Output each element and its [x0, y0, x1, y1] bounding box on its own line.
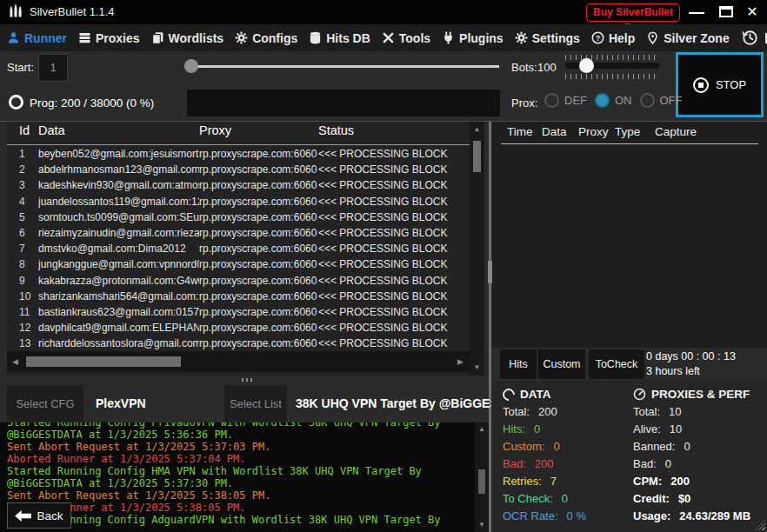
wordlist-slider-track[interactable]: [184, 65, 499, 68]
back-label: Back: [37, 509, 63, 522]
stat-row: Credit:$0: [633, 492, 750, 509]
scrollbar-thumb[interactable]: [473, 141, 481, 172]
stat-row: Bad:200: [503, 457, 586, 475]
table-row[interactable]: 1beyben052@gmail.com:jesuismortrp.proxys…: [7, 146, 470, 162]
horizontal-splitter-grip[interactable]: [242, 378, 254, 382]
database-icon: [309, 31, 322, 44]
close-button[interactable]: ✕: [741, 3, 764, 22]
cell-proxy: rp.proxyscrape.com:6060: [199, 148, 318, 160]
config-name: PlexVPN: [96, 396, 146, 410]
buy-pro-button[interactable]: Buy SilverBullet Pro: [586, 3, 680, 22]
stat-row: Total:10: [633, 405, 750, 422]
scrollbar-thumb[interactable]: [478, 469, 485, 494]
stat-label: Custom:: [503, 440, 544, 453]
cell-proxy: rp.proxyscrape.com:6060: [199, 163, 318, 176]
scroll-down-icon[interactable]: ▼: [475, 521, 489, 529]
nav-item-wordlists[interactable]: Wordlists: [151, 31, 224, 45]
maximize-button[interactable]: [715, 3, 737, 22]
nav-bar: RunnerProxiesWordlistsConfigsHits DBTool…: [0, 24, 767, 51]
table-row[interactable]: 3kadeshkevin930@gmail.com:atmosprp.proxy…: [7, 177, 470, 193]
table-row[interactable]: 10sharizankamshari564@gmail.com:shrp.pro…: [7, 289, 470, 304]
table-row[interactable]: 12davphilcat9@gmail.com:ELEPHANTrp.proxy…: [7, 320, 470, 336]
stat-label: Bad:: [633, 457, 657, 470]
window-resize-grip[interactable]: [755, 520, 765, 530]
table-row[interactable]: 13richarddelossantoslora@gmail.com:rp.pr…: [7, 336, 470, 351]
table-row[interactable]: 7dmstvko@gmail.com:Dima2012rp.proxyscrap…: [7, 241, 470, 256]
log-line: Started Running Config HMA VPN with Word…: [7, 465, 422, 477]
nav-item-tools[interactable]: Tools: [382, 31, 430, 45]
cell-data: richarddelossantoslora@gmail.com:: [38, 337, 199, 349]
scroll-left-icon[interactable]: ◀: [12, 357, 18, 366]
table-row[interactable]: 9kakabrazza@protonmail.com:G4w6lrp.proxy…: [7, 273, 470, 289]
column-header: Time: [507, 125, 533, 138]
log-line: @BiGGESTDATA at 1/3/2025 5:36:36 PM.: [7, 429, 233, 441]
cell-proxy: rp.proxyscrape.com:6060: [199, 196, 318, 208]
back-button[interactable]: Back: [7, 502, 71, 529]
server-icon: [78, 31, 91, 44]
nav-item-runner[interactable]: Runner: [7, 31, 67, 45]
prox-radio-def[interactable]: [544, 93, 559, 108]
results-horizontal-scrollbar[interactable]: ◀ ▶: [7, 351, 470, 372]
scroll-down-icon[interactable]: ▼: [470, 363, 484, 371]
tab-custom[interactable]: Custom: [538, 349, 585, 379]
log-line: Sent Abort Request at 1/3/2025 5:37:03 P…: [7, 441, 270, 453]
nav-item-configs[interactable]: Configs: [235, 31, 297, 45]
start-input[interactable]: 1: [38, 54, 68, 82]
nav-item-label: Hits DB: [326, 31, 370, 45]
prox-radio-on[interactable]: [595, 93, 610, 108]
history-icon[interactable]: [741, 29, 759, 47]
cell-data: riezaimyzainudin@gmail.com:riezair: [38, 227, 199, 239]
bots-slider-thumb[interactable]: [579, 58, 594, 73]
stat-value: 0: [534, 422, 540, 436]
prox-radio-label: OFF: [660, 94, 683, 107]
cell-id: 9: [7, 275, 38, 287]
cell-status: <<< PROCESSING BLOCK: [318, 196, 470, 208]
stat-label: Retries:: [503, 475, 542, 488]
stop-label: STOP: [716, 78, 746, 91]
nav-item-proxies[interactable]: Proxies: [78, 31, 140, 45]
hits-table: Time Data Proxy Type Capture: [492, 122, 767, 348]
cell-data: jungkanggue@gmail.com:vpnnord0: [38, 258, 199, 270]
log-line: Started Running Config PrivadoVPN with W…: [7, 422, 441, 429]
prox-radio-group: DEFONOFF: [544, 93, 690, 108]
wordlist-slider-thumb[interactable]: [184, 59, 198, 73]
minimize-button[interactable]: [685, 3, 708, 22]
table-row[interactable]: 5sorntouch.ts0099@gmail.com:SEu3xrp.prox…: [7, 209, 470, 225]
table-row[interactable]: 2abdelrhmanosman123@gmail.com:rp.proxysc…: [7, 162, 470, 177]
nav-item-settings[interactable]: Settings: [515, 31, 580, 45]
camera-icon[interactable]: [764, 29, 767, 47]
nav-item-label: Runner: [24, 31, 67, 45]
select-list-button[interactable]: Select List: [224, 385, 287, 422]
tab-hits[interactable]: Hits: [500, 349, 537, 379]
select-cfg-button[interactable]: Select CFG: [7, 385, 83, 422]
stat-row: Hits:0: [503, 422, 586, 440]
scroll-right-icon[interactable]: ▶: [457, 357, 464, 366]
nav-item-plugins[interactable]: Plugins: [442, 31, 504, 45]
stat-value: 0 %: [567, 509, 586, 522]
table-row[interactable]: 4juandelossantos119@gmail.com:123rp.prox…: [7, 194, 470, 209]
scroll-up-icon[interactable]: ▲: [475, 425, 489, 433]
cell-id: 1: [7, 148, 38, 160]
prox-radio-off[interactable]: [640, 93, 655, 108]
gauge-icon: [633, 388, 646, 401]
tab-tocheck[interactable]: ToCheck: [589, 349, 644, 379]
nav-item-silver-zone[interactable]: Silver Zone: [646, 31, 729, 45]
column-header: Type: [615, 125, 640, 138]
results-vertical-scrollbar[interactable]: ▲ ▼: [470, 122, 484, 376]
stat-label: Usage:: [633, 509, 670, 522]
cell-status: <<< PROCESSING BLOCK: [318, 243, 470, 255]
stat-value: $0: [678, 492, 690, 505]
stat-label: CPM:: [633, 475, 662, 488]
stat-value: 10: [670, 422, 682, 436]
nav-item-help[interactable]: ?Help: [591, 31, 635, 45]
scroll-up-icon[interactable]: ▲: [470, 125, 484, 133]
log-scrollbar[interactable]: ▲ ▼: [475, 422, 489, 532]
table-row[interactable]: 6riezaimyzainudin@gmail.com:riezairrp.pr…: [7, 225, 470, 241]
back-arrow-icon: [15, 510, 31, 522]
table-row[interactable]: 8jungkanggue@gmail.com:vpnnord0rp.proxys…: [7, 256, 470, 272]
hits-tabs-row: HitsCustomToCheck 0 days 00 : 00 : 13 3 …: [492, 348, 767, 381]
scrollbar-thumb[interactable]: [26, 356, 181, 367]
stat-value: 200: [670, 475, 690, 488]
table-row[interactable]: 11bastiankraus623@gmail.com:01577rp.prox…: [7, 304, 470, 320]
nav-item-hits-db[interactable]: Hits DB: [309, 31, 370, 45]
